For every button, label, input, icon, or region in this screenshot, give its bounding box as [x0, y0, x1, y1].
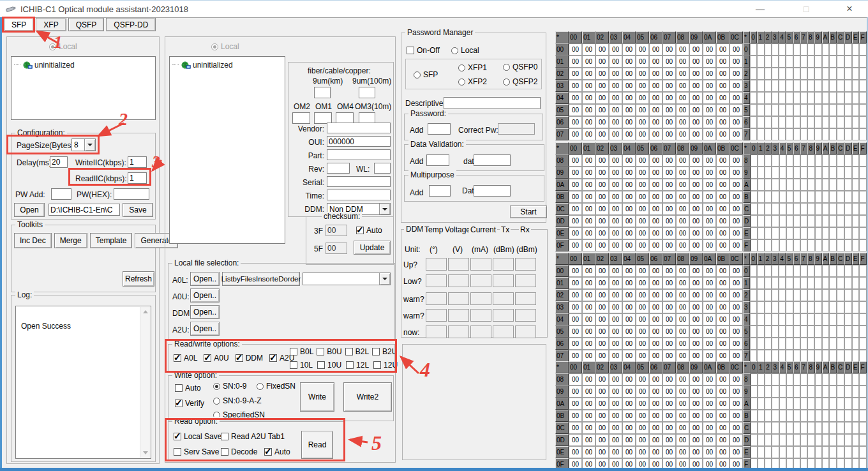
ascii-cell[interactable] [750, 350, 757, 362]
hex-cell[interactable]: 00 [636, 410, 649, 422]
ascii-cell[interactable] [765, 128, 772, 140]
hex-cell[interactable]: 00 [609, 301, 622, 313]
ascii-cell[interactable] [859, 265, 867, 277]
hex-cell[interactable]: 00 [649, 338, 662, 350]
ascii-cell[interactable] [859, 289, 867, 301]
tree-item-uninitialized[interactable]: uninitialized [170, 57, 285, 70]
ascii-cell[interactable] [807, 410, 814, 422]
hex-cell[interactable]: 00 [703, 215, 716, 227]
ascii-cell[interactable] [859, 446, 867, 458]
hex-cell[interactable]: 00 [730, 301, 743, 313]
ascii-cell[interactable] [852, 56, 860, 68]
ascii-cell[interactable] [800, 128, 807, 140]
hex-cell[interactable]: 00 [622, 128, 636, 140]
ascii-cell[interactable] [859, 104, 867, 116]
ascii-cell[interactable] [814, 301, 821, 313]
hex-cell[interactable]: 00 [649, 350, 662, 362]
ascii-cell[interactable] [765, 422, 772, 434]
ascii-cell[interactable] [807, 350, 814, 362]
ascii-cell[interactable] [822, 128, 830, 140]
ascii-cell[interactable] [772, 191, 779, 203]
ascii-cell[interactable] [837, 167, 844, 179]
ascii-cell[interactable] [779, 56, 786, 68]
hex-cell[interactable]: 00 [622, 338, 636, 350]
hex-cell[interactable]: 00 [730, 410, 743, 422]
ascii-cell[interactable] [852, 325, 860, 338]
hex-cell[interactable]: 00 [636, 179, 649, 191]
ascii-cell[interactable] [793, 313, 800, 325]
ascii-cell[interactable] [844, 92, 852, 104]
hex-cell[interactable]: 00 [622, 277, 636, 289]
hex-cell[interactable]: 00 [689, 422, 703, 434]
checkbox-ddm[interactable]: DDM [236, 354, 263, 363]
hex-cell[interactable]: 00 [689, 239, 703, 251]
toolkit-button-merge[interactable]: Merge [54, 233, 87, 248]
ascii-cell[interactable] [829, 410, 837, 422]
dv-data-input[interactable] [474, 154, 511, 166]
hex-cell[interactable]: 00 [676, 313, 689, 325]
scroll-down-button[interactable] [140, 448, 150, 458]
ascii-cell[interactable] [829, 128, 837, 140]
ascii-cell[interactable] [807, 104, 814, 116]
ascii-cell[interactable] [844, 385, 852, 398]
hex-cell[interactable]: 00 [716, 80, 730, 92]
ascii-cell[interactable] [765, 215, 772, 227]
ascii-cell[interactable] [765, 410, 772, 422]
ascii-cell[interactable] [800, 301, 807, 313]
hex-cell[interactable]: 00 [569, 325, 582, 338]
ascii-cell[interactable] [822, 385, 830, 398]
hex-cell[interactable]: 00 [595, 203, 609, 215]
ascii-cell[interactable] [859, 350, 867, 362]
ascii-cell[interactable] [757, 277, 764, 289]
hex-cell[interactable]: 00 [676, 104, 689, 116]
ascii-cell[interactable] [779, 373, 786, 385]
hex-cell[interactable]: 00 [582, 68, 595, 80]
hex-cell[interactable]: 00 [609, 385, 622, 398]
ascii-cell[interactable] [822, 215, 830, 227]
hex-cell[interactable]: 00 [649, 265, 662, 277]
ascii-cell[interactable] [800, 215, 807, 227]
ascii-cell[interactable] [829, 203, 837, 215]
ascii-cell[interactable] [829, 68, 837, 80]
ascii-cell[interactable] [800, 434, 807, 446]
ascii-cell[interactable] [772, 80, 779, 92]
hex-cell[interactable]: 00 [595, 191, 609, 203]
hex-cell[interactable]: 00 [636, 446, 649, 458]
hex-cell[interactable]: 00 [609, 56, 622, 68]
ascii-cell[interactable] [844, 422, 852, 434]
ascii-cell[interactable] [859, 116, 867, 128]
ascii-cell[interactable] [757, 116, 764, 128]
hex-cell[interactable]: 00 [676, 398, 689, 410]
hex-cell[interactable]: 00 [649, 215, 662, 227]
ascii-cell[interactable] [786, 227, 793, 239]
hex-cell[interactable]: 00 [730, 43, 743, 56]
save-button[interactable]: Save [123, 203, 153, 217]
hex-cell[interactable]: 00 [569, 301, 582, 313]
ascii-cell[interactable] [793, 215, 800, 227]
hex-cell[interactable]: 00 [609, 167, 622, 179]
ascii-cell[interactable] [786, 68, 793, 80]
hex-cell[interactable]: 00 [649, 301, 662, 313]
ascii-cell[interactable] [800, 191, 807, 203]
ascii-cell[interactable] [829, 446, 837, 458]
hex-cell[interactable]: 00 [582, 410, 595, 422]
ascii-cell[interactable] [852, 80, 860, 92]
hex-cell[interactable]: 00 [676, 239, 689, 251]
ascii-cell[interactable] [772, 373, 779, 385]
hex-cell[interactable]: 00 [689, 191, 703, 203]
hex-cell[interactable]: 00 [730, 398, 743, 410]
ascii-cell[interactable] [829, 350, 837, 362]
ascii-cell[interactable] [814, 325, 821, 338]
refresh-button[interactable]: Refresh [123, 271, 154, 287]
ascii-cell[interactable] [822, 373, 830, 385]
ascii-cell[interactable] [807, 203, 814, 215]
hex-cell[interactable]: 00 [662, 203, 676, 215]
hex-cell[interactable]: 00 [730, 116, 743, 128]
ascii-cell[interactable] [807, 398, 814, 410]
hex-cell[interactable]: 00 [636, 56, 649, 68]
ascii-cell[interactable] [765, 167, 772, 179]
hex-cell[interactable]: 00 [689, 385, 703, 398]
hex-cell[interactable]: 00 [636, 313, 649, 325]
hex-cell[interactable]: 00 [582, 167, 595, 179]
ascii-cell[interactable] [829, 80, 837, 92]
